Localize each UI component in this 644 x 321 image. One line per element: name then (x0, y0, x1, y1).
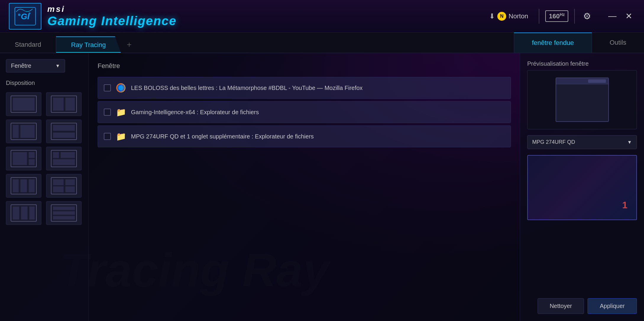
svg-rect-18 (29, 159, 35, 165)
svg-rect-7 (53, 98, 64, 111)
tab-right-group: fenêtre fendue Outils (514, 33, 644, 53)
svg-rect-16 (13, 152, 27, 165)
title-bar-right: ⬇ N Norton 160Hz ⚙ — ✕ (484, 9, 635, 24)
button-row: Nettoyer Appliquer (527, 298, 637, 314)
chevron-down-icon: ▼ (55, 63, 60, 69)
tab-bar: Standard Ray Tracing + fenêtre fendue Ou… (0, 33, 644, 53)
svg-point-3 (29, 12, 30, 14)
window-item-3[interactable]: 📁 MPG 274URF QD et 1 onglet supplémentai… (98, 125, 511, 147)
svg-rect-33 (13, 207, 19, 220)
svg-rect-28 (53, 179, 64, 185)
title-bar: GI msi Gaming Intelligence ⬇ N Norton 16… (0, 0, 644, 33)
right-panel: Prévisualisation fenêtre MPG 274URF QD ▼… (520, 53, 644, 321)
center-panel: Fenêtre LES BOLOSS des belles lettres : … (89, 53, 520, 321)
svg-rect-11 (20, 125, 35, 138)
settings-button[interactable]: ⚙ (581, 9, 593, 24)
svg-rect-24 (13, 179, 19, 192)
center-panel-title: Fenêtre (98, 62, 511, 70)
tab-standard-label: Standard (15, 41, 41, 49)
layout-btn-8[interactable] (46, 174, 82, 198)
window-controls: — ✕ (605, 10, 635, 22)
window-label-1: LES BOLOSS des belles lettres : La Métam… (131, 85, 363, 91)
layout-btn-3[interactable] (6, 120, 41, 143)
nettoyer-button[interactable]: Nettoyer (538, 298, 584, 314)
tab-outils-label: Outils (610, 39, 626, 46)
monitor-preview-area: 1 (527, 155, 637, 220)
tab-ray-tracing[interactable]: Ray Tracing (56, 36, 121, 53)
fenetre-dropdown[interactable]: Fenêtre ▼ (6, 59, 65, 72)
layout-btn-2[interactable] (46, 92, 82, 116)
monitor-section: MPG 274URF QD ▼ (527, 135, 637, 149)
folder-icon-2: 📁 (116, 131, 126, 142)
svg-rect-37 (53, 207, 75, 210)
svg-rect-17 (29, 152, 35, 158)
svg-rect-8 (65, 98, 75, 111)
window-checkbox-3[interactable] (104, 133, 111, 140)
norton-button[interactable]: ⬇ N Norton (484, 9, 533, 23)
firefox-icon-1 (116, 83, 126, 93)
svg-rect-29 (65, 179, 75, 185)
separator-2 (574, 9, 575, 24)
tab-outils[interactable]: Outils (592, 33, 644, 53)
minimize-button[interactable]: — (605, 10, 619, 22)
download-icon: ⬇ (489, 12, 495, 20)
svg-rect-10 (13, 125, 19, 138)
layout-btn-5[interactable] (6, 147, 41, 170)
layout-btn-4[interactable] (46, 120, 82, 143)
folder-icon-1: 📁 (116, 107, 126, 117)
tab-fenetre-fendue-label: fenêtre fendue (532, 39, 574, 47)
msi-label: msi (47, 4, 177, 14)
preview-inner-window (556, 78, 609, 122)
svg-point-2 (18, 14, 20, 16)
svg-rect-5 (13, 98, 35, 111)
monitor-selector[interactable]: MPG 274URF QD ▼ (527, 135, 637, 149)
app-logo: GI (9, 3, 41, 30)
main-content: Fenêtre ▼ Disposition (0, 53, 644, 321)
layout-btn-1[interactable] (6, 92, 41, 116)
monitor-dropdown-icon: ▼ (627, 140, 632, 145)
window-item-2[interactable]: 📁 Gaming-Intelligence-x64 : Explorateur … (98, 101, 511, 123)
window-label-3: MPG 274URF QD et 1 onglet supplémentaire… (131, 133, 314, 140)
svg-rect-13 (53, 125, 75, 131)
tab-standard[interactable]: Standard (0, 36, 56, 53)
dropdown-label: Fenêtre (11, 62, 31, 69)
window-checkbox-2[interactable] (104, 109, 111, 116)
svg-rect-38 (53, 211, 75, 215)
layout-btn-6[interactable] (46, 147, 82, 170)
window-item-1[interactable]: LES BOLOSS des belles lettres : La Métam… (98, 77, 511, 99)
tab-add-icon: + (127, 40, 132, 49)
tab-ray-tracing-label: Ray Tracing (71, 41, 106, 49)
svg-rect-34 (21, 207, 27, 220)
norton-label: Norton (509, 12, 528, 20)
layout-grid (6, 92, 82, 225)
hz-label: Hz (560, 12, 565, 17)
refresh-rate-badge: 160Hz (545, 10, 568, 22)
close-button[interactable]: ✕ (622, 10, 635, 22)
brand-text: msi Gaming Intelligence (47, 4, 177, 28)
left-panel: Fenêtre ▼ Disposition (0, 53, 89, 321)
disposition-title: Disposition (6, 80, 82, 86)
svg-rect-35 (29, 207, 35, 220)
logo-area: GI msi Gaming Intelligence (9, 3, 177, 30)
svg-rect-30 (53, 186, 64, 192)
tab-fenetre-fendue[interactable]: fenêtre fendue (514, 33, 592, 53)
tab-add-button[interactable]: + (121, 36, 137, 53)
layout-btn-9[interactable] (6, 201, 41, 225)
svg-rect-39 (53, 216, 75, 220)
brand-label: Gaming Intelligence (47, 14, 177, 28)
preview-title: Prévisualisation fenêtre (527, 60, 637, 67)
window-checkbox-1[interactable] (104, 84, 111, 91)
norton-icon: N (497, 12, 506, 21)
svg-text:GI: GI (21, 12, 30, 21)
svg-rect-21 (61, 152, 75, 158)
preview-section: Prévisualisation fenêtre (527, 60, 637, 129)
layout-btn-10[interactable] (46, 201, 82, 225)
svg-rect-26 (29, 179, 35, 192)
preview-window-box (527, 70, 637, 129)
svg-rect-0 (15, 7, 35, 25)
svg-point-41 (119, 86, 123, 90)
separator-1 (539, 9, 539, 24)
svg-rect-25 (20, 179, 27, 192)
layout-btn-7[interactable] (6, 174, 41, 198)
appliquer-button[interactable]: Appliquer (588, 298, 637, 314)
